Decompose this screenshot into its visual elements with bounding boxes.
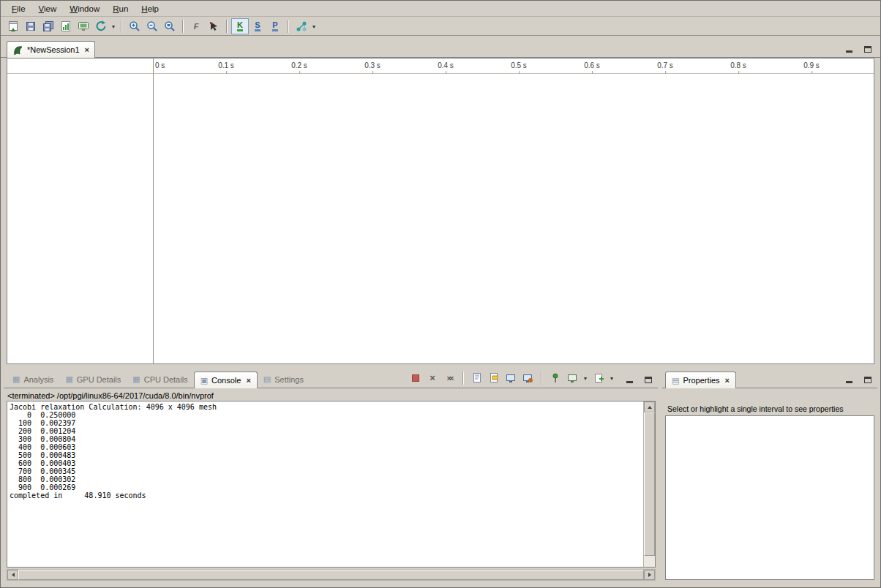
menu-item[interactable]: View [32,2,64,15]
properties-tab-bar: ▤ Properties × [662,369,877,388]
profile-system-button[interactable] [75,18,92,34]
zoom-out-button[interactable] [143,18,161,34]
remove-all-launches-button[interactable]: ×× [442,372,457,385]
session-tab[interactable]: *NewSession1 × [7,41,95,58]
properties-tab-icon: ▤ [672,377,679,385]
view-tab[interactable]: ▦ CPU Details × [127,371,193,388]
toolbar-separator [182,20,184,33]
reset-timeline-button[interactable] [92,18,110,34]
show-stderr-console-button[interactable] [520,372,535,385]
maximize-button[interactable] [861,373,874,383]
marker-f-icon: F [194,23,199,30]
view-tab-label: Console [211,376,241,385]
marker-backward-button[interactable] [205,18,222,34]
scroll-left-button[interactable] [7,570,18,580]
open-console-icon [593,372,604,384]
console-text[interactable]: Jacobi relaxation Calculation: 4096 x 40… [10,403,642,565]
console-line: 100 0.002397 [10,419,642,427]
view-tab-label: GPU Details [77,375,121,384]
save-session-button[interactable] [22,18,40,34]
console-toolbar: × ×× [408,372,615,388]
show-stdout-console-button[interactable] [503,372,518,385]
analysis-menu-button[interactable] [293,18,310,34]
view-tab-icon: ▤ [263,375,271,383]
menu-item[interactable]: Run [106,2,135,15]
console-line: 800 0.000302 [10,475,642,483]
tab-properties[interactable]: ▤ Properties × [665,372,736,388]
view-tab-label: Analysis [23,375,53,384]
minimize-button[interactable] [623,373,636,383]
view-tab[interactable]: ▤ Settings × [258,371,310,388]
zoom-fit-button[interactable] [161,18,179,34]
open-console-dropdown-icon[interactable]: ▾ [608,375,615,382]
analysis-dropdown-arrow-icon[interactable]: ▾ [310,23,318,30]
vertical-scrollbar[interactable] [643,402,655,567]
console-line: 200 0.001204 [10,427,642,435]
kernel-toggle-button[interactable]: K [231,18,249,34]
minimize-button[interactable] [842,42,855,53]
zoom-out-icon [146,20,158,32]
stream-toggle-button[interactable]: S [249,18,266,34]
menu-bar: FileViewWindowRunHelp [1,1,880,17]
minimize-button[interactable] [842,373,855,383]
editor-tab-bar: *NewSession1 × [1,37,880,58]
view-tab[interactable]: ▦ Analysis × [7,371,59,388]
properties-content [665,415,874,580]
menu-item[interactable]: File [5,2,32,15]
horizontal-scroll-thumb[interactable] [18,570,644,580]
console-line: 600 0.000403 [10,459,642,467]
scroll-lock-button[interactable] [487,372,501,385]
menu-item[interactable]: Window [63,2,106,15]
ruler-tick-label: 0.8 s [730,61,746,69]
view-tab[interactable]: ▣ Console × [194,372,258,388]
view-tab-icon: ▦ [132,375,140,383]
console-output[interactable]: Jacobi relaxation Calculation: 4096 x 40… [7,401,656,568]
ruler-tick-label: 0.9 s [803,61,820,69]
display-selected-console-button[interactable] [565,372,580,385]
generate-timeline-button[interactable] [57,18,75,34]
ruler-tick-label: 0.5 s [511,61,527,69]
vertical-scroll-thumb[interactable] [644,412,655,556]
arrow-right-icon [648,573,651,577]
session-icon [12,45,23,56]
scroll-up-button[interactable] [644,402,655,412]
menu-item[interactable]: Help [135,2,165,15]
editor-window-buttons [842,42,874,57]
horizontal-scrollbar[interactable] [7,569,656,581]
remove-launch-icon: × [430,374,435,382]
clear-console-button[interactable] [470,372,484,385]
open-console-button[interactable] [591,372,606,385]
display-console-dropdown-icon[interactable]: ▾ [582,375,589,382]
timeline-view: *NewSession1 × 0 s0.1 s0.2 s0.3 s0.4 s0.… [1,37,880,364]
close-icon[interactable]: × [83,45,89,54]
save-all-icon [42,20,54,32]
marker-forward-button[interactable]: F [187,18,205,34]
terminate-button[interactable] [408,372,423,385]
console-panel: ▦ Analysis × ▦ GPU Details × ▦ [4,369,658,582]
save-all-button[interactable] [40,18,57,34]
process-p-icon: P [272,21,277,31]
toolbar-separator [121,20,122,33]
new-session-button[interactable] [4,18,22,34]
names-timeline-divider[interactable] [153,59,154,363]
remove-launch-button[interactable]: × [425,372,440,385]
close-icon[interactable]: × [724,376,730,385]
process-toggle-button[interactable]: P [266,18,284,34]
pin-console-button[interactable] [548,372,563,385]
kernel-k-icon: K [237,21,243,31]
reset-dropdown-arrow-icon[interactable]: ▾ [110,23,117,30]
status-bar [1,582,880,588]
scroll-right-button[interactable] [644,570,655,580]
ruler-tick-label: 0.7 s [657,61,673,69]
zoom-in-button[interactable] [126,18,143,34]
terminate-icon [412,374,419,382]
maximize-button[interactable] [861,42,874,53]
timeline-canvas[interactable]: 0 s0.1 s0.2 s0.3 s0.4 s0.5 s0.6 s0.7 s0.… [7,58,874,364]
nvvp-window: FileViewWindowRunHelp ▾ [0,0,881,588]
close-icon[interactable]: × [244,376,250,385]
ruler-scale: 0 s0.1 s0.2 s0.3 s0.4 s0.5 s0.6 s0.7 s0.… [153,59,874,73]
view-tab[interactable]: ▦ GPU Details × [59,371,127,388]
console-line: 0 0.250000 [10,411,642,419]
maximize-button[interactable] [642,373,655,383]
console-line: 400 0.000603 [10,443,642,451]
